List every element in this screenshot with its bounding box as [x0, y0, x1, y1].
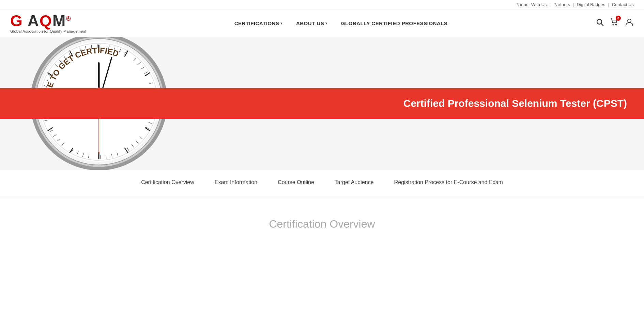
- certifications-chevron-icon: ▾: [280, 21, 282, 25]
- cart-badge: 0: [616, 16, 621, 21]
- partners-link[interactable]: Partners: [553, 2, 570, 7]
- header: G AQM® Global Association for Quality Ma…: [0, 10, 644, 37]
- nav-globally-certified[interactable]: GLOBALLY CERTIFIED PROFESSIONALS: [341, 20, 448, 26]
- logo[interactable]: G AQM® Global Association for Quality Ma…: [10, 13, 86, 33]
- main-nav: CERTIFICATIONS ▾ ABOUT US ▾ GLOBALLY CER…: [86, 20, 596, 26]
- logo-subtitle: Global Association for Quality Managemen…: [10, 29, 86, 33]
- logo-g: G: [10, 12, 28, 30]
- logo-q: Q: [40, 12, 52, 30]
- user-button[interactable]: [625, 18, 634, 29]
- cart-button[interactable]: 0: [610, 18, 619, 29]
- svg-line-1: [601, 24, 603, 26]
- hero-banner: Certified Professional Selenium Tester (…: [0, 88, 644, 119]
- logo-m: M: [52, 12, 66, 30]
- header-icons: 0: [596, 18, 634, 29]
- content-area: Certification Overview: [0, 197, 644, 251]
- separator-2: |: [573, 2, 574, 7]
- tab-target-audience[interactable]: Target Audience: [335, 179, 374, 188]
- nav-certifications[interactable]: CERTIFICATIONS ▾: [234, 20, 282, 26]
- hero-section: TIME TO GET CERTIFIED Certified Professi…: [0, 37, 644, 170]
- tab-certification-overview[interactable]: Certification Overview: [141, 179, 194, 188]
- tab-course-outline[interactable]: Course Outline: [278, 179, 314, 188]
- logo-a1: A: [28, 12, 40, 30]
- digital-badges-link[interactable]: Digital Badges: [577, 2, 605, 7]
- hero-banner-title: Certified Professional Selenium Tester (…: [403, 98, 627, 109]
- logo-text: G AQM®: [10, 13, 71, 29]
- user-icon: [625, 18, 634, 27]
- top-bar: Partner With Us | Partners | Digital Bad…: [0, 0, 644, 10]
- tab-exam-information[interactable]: Exam Information: [215, 179, 257, 188]
- separator-1: |: [550, 2, 551, 7]
- nav-about-us[interactable]: ABOUT US ▾: [296, 20, 327, 26]
- partner-with-us-link[interactable]: Partner With Us: [516, 2, 547, 7]
- separator-3: |: [608, 2, 609, 7]
- svg-point-4: [628, 19, 631, 22]
- about-chevron-icon: ▾: [325, 21, 327, 25]
- search-icon: [596, 18, 604, 26]
- section-tabs: Certification Overview Exam Information …: [0, 170, 644, 197]
- contact-us-link[interactable]: Contact Us: [612, 2, 634, 7]
- content-title: Certification Overview: [68, 218, 576, 230]
- svg-point-2: [613, 24, 614, 25]
- search-button[interactable]: [596, 18, 604, 28]
- tab-registration-process[interactable]: Registration Process for E-Course and Ex…: [394, 179, 503, 188]
- logo-registered: ®: [66, 15, 71, 22]
- svg-point-3: [616, 24, 617, 25]
